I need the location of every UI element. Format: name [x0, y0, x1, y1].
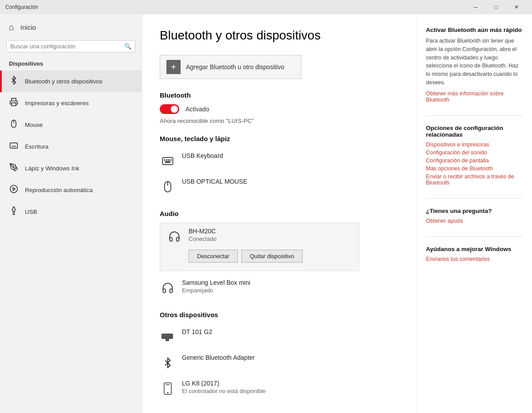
search-input[interactable] — [10, 43, 122, 50]
sidebar: ⌂ Inicio 🔍 Dispositivos Bluetooth y otro… — [0, 14, 142, 413]
bh-device-name: BH-M20C — [189, 228, 353, 235]
bluetooth-toggle-label: Activado — [185, 106, 209, 113]
bh-device-status: Conectado — [189, 236, 353, 242]
get-help-link[interactable]: Obtener ayuda — [426, 218, 523, 224]
other-section-title: Otros dispositivos — [160, 311, 399, 319]
related-link-printers[interactable]: Dispositivos e impresoras — [426, 142, 523, 148]
keyboard-device-info: USB Keyboard — [182, 152, 399, 159]
bluetooth-adapter-icon — [160, 355, 176, 371]
sidebar-item-typing[interactable]: Escritura — [0, 136, 142, 157]
mouse-keyboard-section: Mouse, teclado y lápiz USB Keyboard — [160, 135, 399, 199]
bt-adapter-device-info: Generic Bluetooth Adapter — [182, 354, 399, 361]
add-device-button[interactable]: + Agregar Bluetooth u otro dispositivo — [160, 55, 302, 79]
samsung-device-name: Samsung Level Box mini — [182, 279, 399, 286]
titlebar-controls: ─ □ ✕ — [465, 0, 527, 14]
mouse-device-icon — [160, 179, 176, 195]
sidebar-item-mouse[interactable]: Mouse — [0, 114, 142, 136]
question-section: ¿Tienes una pregunta? Obtener ayuda — [426, 208, 523, 224]
svg-rect-0 — [12, 103, 16, 106]
add-device-label: Agregar Bluetooth u otro dispositivo — [186, 63, 284, 71]
search-icon: 🔍 — [124, 43, 131, 50]
lg-device-info: LG K8 (2017) El controlador no está disp… — [182, 380, 399, 394]
mouse-section-title: Mouse, teclado y lápiz — [160, 135, 399, 142]
keyboard-icon — [9, 141, 19, 152]
mouse-device-info: USB OPTICAL MOUSE — [182, 178, 399, 185]
disconnect-button[interactable]: Desconectar — [189, 250, 238, 263]
keyboard-device-icon — [160, 153, 176, 169]
dt101-device-name: DT 101 G2 — [182, 328, 399, 335]
device-card-header: BH-M20C Conectado — [166, 228, 353, 244]
right-panel: Activar Bluetooth aún más rápido Para ac… — [417, 14, 532, 413]
remove-device-button[interactable]: Quitar dispositivo — [241, 250, 303, 263]
svg-marker-11 — [13, 188, 15, 191]
svg-rect-14 — [162, 157, 173, 165]
related-link-more-bluetooth[interactable]: Más opciones de Bluetooth — [426, 165, 523, 172]
mouse-device-name: USB OPTICAL MOUSE — [182, 178, 399, 185]
device-card-buttons: Desconectar Quitar dispositivo — [166, 250, 353, 266]
related-section: Opciones de configuración relacionadas D… — [426, 125, 523, 186]
headphones-icon-bh — [166, 228, 182, 244]
sidebar-item-autoplay[interactable]: Reproducción automática — [0, 179, 142, 201]
samsung-device-info: Samsung Level Box mini Emparejado — [182, 279, 399, 294]
svg-rect-22 — [162, 334, 173, 339]
svg-point-10 — [10, 185, 18, 193]
sidebar-item-bluetooth[interactable]: Bluetooth y otros dispositivos — [0, 71, 142, 92]
usb-icon — [9, 206, 19, 217]
sidebar-item-usb-label: USB — [25, 208, 37, 215]
sidebar-search[interactable]: 🔍 — [6, 40, 135, 52]
headphones-icon-samsung — [160, 280, 176, 296]
question-title: ¿Tienes una pregunta? — [426, 208, 523, 214]
svg-rect-23 — [166, 339, 169, 341]
sidebar-item-home[interactable]: ⌂ Inicio — [0, 14, 142, 40]
sidebar-item-usb[interactable]: USB — [0, 201, 142, 223]
divider-3 — [426, 236, 523, 237]
activate-link[interactable]: Obtener más información sobre Bluetooth — [426, 90, 523, 103]
related-link-display[interactable]: Configuración de pantalla — [426, 157, 523, 164]
other-devices-section: Otros dispositivos DT 101 G2 — [160, 311, 399, 401]
list-item: Generic Bluetooth Adapter — [160, 350, 399, 375]
page-title: Bluetooth y otros dispositivos — [160, 28, 399, 43]
main-container: ⌂ Inicio 🔍 Dispositivos Bluetooth y otro… — [0, 14, 532, 413]
bh-device-info: BH-M20C Conectado — [189, 228, 353, 242]
samsung-device-status: Emparejado — [182, 287, 399, 294]
bluetooth-icon — [9, 76, 19, 87]
main-content: Bluetooth y otros dispositivos + Agregar… — [142, 14, 417, 413]
sidebar-item-mouse-label: Mouse — [25, 122, 43, 128]
sidebar-item-pen[interactable]: Lápiz y Windows Ink — [0, 157, 142, 179]
activate-title: Activar Bluetooth aún más rápido — [426, 27, 523, 33]
sidebar-home-label: Inicio — [20, 24, 36, 31]
activate-section: Activar Bluetooth aún más rápido Para ac… — [426, 27, 523, 103]
list-item: USB Keyboard — [160, 148, 399, 173]
sidebar-item-bluetooth-label: Bluetooth y otros dispositivos — [25, 78, 102, 85]
mouse-icon — [9, 119, 19, 130]
sidebar-item-printers[interactable]: Impresoras y escáneres — [0, 92, 142, 114]
minimize-button[interactable]: ─ — [465, 0, 486, 14]
related-link-sound[interactable]: Configuración del sonido — [426, 149, 523, 156]
sidebar-item-pen-label: Lápiz y Windows Ink — [25, 165, 79, 172]
maximize-button[interactable]: □ — [486, 0, 506, 14]
list-item: LG K8 (2017) El controlador no está disp… — [160, 375, 399, 401]
bluetooth-section: Bluetooth Activado Ahora reconocible com… — [160, 91, 399, 124]
feedback-link[interactable]: Envíanos tus comentarios — [426, 256, 523, 262]
close-button[interactable]: ✕ — [506, 0, 527, 14]
sidebar-item-typing-label: Escritura — [25, 143, 48, 150]
autoplay-icon — [9, 185, 19, 196]
lg-device-status: El controlador no está disponible — [182, 388, 399, 394]
lg-device-name: LG K8 (2017) — [182, 380, 399, 387]
titlebar: Configuración ─ □ ✕ — [0, 0, 532, 14]
sidebar-item-printers-label: Impresoras y escáneres — [25, 100, 89, 106]
sidebar-section-title: Dispositivos — [0, 59, 142, 71]
bluetooth-section-title: Bluetooth — [160, 91, 399, 99]
audio-section: Audio BH-M20C Conectado — [160, 210, 399, 300]
related-link-send-receive[interactable]: Enviar o recibir archivos a través de Bl… — [426, 173, 523, 186]
divider-2 — [426, 198, 523, 199]
list-item: Samsung Level Box mini Emparejado — [160, 275, 399, 300]
bluetooth-toggle[interactable] — [160, 104, 179, 114]
keyboard-device-name: USB Keyboard — [182, 152, 399, 159]
improve-section: Ayúdanos a mejorar Windows Envíanos tus … — [426, 246, 523, 262]
svg-point-26 — [167, 392, 169, 393]
activate-text: Para activar Bluetooth sin tener que abr… — [426, 37, 523, 87]
bt-adapter-device-name: Generic Bluetooth Adapter — [182, 354, 399, 361]
svg-point-9 — [13, 166, 14, 168]
recognizable-text: Ahora reconocible como "LUIS-PC" — [160, 118, 399, 124]
